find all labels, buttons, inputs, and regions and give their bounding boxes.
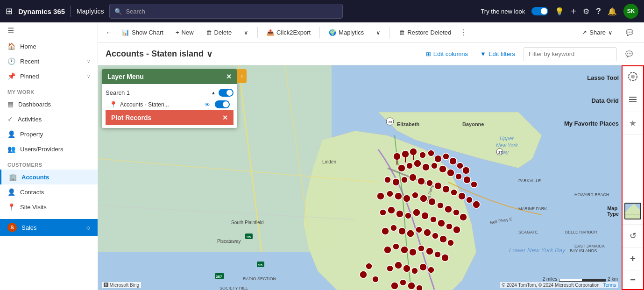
delete-chevron[interactable]: ∨	[239, 26, 254, 39]
svg-point-69	[401, 177, 408, 183]
sidebar-item-activities[interactable]: ✓ Activities	[0, 112, 98, 127]
light-icon[interactable]: 💡	[555, 7, 564, 16]
terms-link[interactable]: Terms	[603, 283, 616, 288]
svg-point-68	[392, 178, 400, 186]
tomtom-credit: © 2024 TomTom, © 2024 Microsoft Corporat…	[502, 283, 600, 288]
comment-button[interactable]: 💬	[621, 26, 638, 39]
account-item-label: Accounts - Staten...	[120, 101, 202, 108]
map-container: Lower New York Bay Upper New York Bay Ra…	[98, 65, 644, 290]
export-icon: 📤	[267, 29, 274, 36]
svg-point-117	[387, 265, 393, 272]
datagrid-button[interactable]: Data Grid	[623, 91, 643, 110]
svg-point-84	[420, 195, 427, 202]
edit-filters-button[interactable]: ▼ Edit filters	[476, 49, 519, 59]
svg-point-55	[457, 163, 463, 169]
svg-point-126	[416, 285, 423, 290]
svg-point-129	[372, 276, 379, 283]
sidebar-accounts-label: Accounts	[21, 174, 49, 181]
more-options-button[interactable]: ⋮	[458, 28, 469, 37]
maplytics-chevron[interactable]: ∨	[371, 26, 386, 39]
users-icon: 👥	[7, 145, 15, 153]
search1-row: Search 1 ▲	[106, 87, 234, 99]
maptype-button[interactable]: Map Type	[623, 200, 643, 222]
svg-point-96	[430, 216, 437, 223]
svg-point-89	[460, 213, 467, 221]
view-comment-button[interactable]: 💬	[622, 49, 637, 59]
settings-icon[interactable]: ⚙	[583, 7, 589, 16]
lasso-tool-button[interactable]: Lasso Tool	[623, 68, 643, 87]
show-chart-button[interactable]: 📊 Show Chart	[117, 26, 169, 39]
svg-point-102	[398, 227, 406, 235]
view-title-chevron[interactable]: ∨	[206, 49, 212, 59]
svg-point-109	[384, 246, 391, 254]
svg-point-54	[449, 157, 457, 165]
collapse-arrow[interactable]: ‹	[237, 69, 247, 83]
back-button[interactable]: ←	[104, 27, 115, 39]
filter-keyword-input[interactable]	[524, 47, 617, 61]
app-name: Maplytics	[77, 7, 104, 15]
svg-point-113	[418, 245, 425, 252]
svg-point-91	[388, 206, 395, 214]
sidebar-item-dashboards[interactable]: ▦ Dashboards	[0, 97, 98, 112]
svg-point-80	[387, 191, 393, 197]
account-eye-icon[interactable]: 👁	[205, 101, 210, 108]
sidebar-item-users-providers[interactable]: 👥 Users/Providers	[0, 141, 98, 156]
edit-columns-button[interactable]: ⊞ Edit columns	[422, 49, 472, 59]
restore-deleted-button[interactable]: 🗑 Restore Deleted	[394, 26, 456, 39]
layer-menu-close[interactable]: ✕	[226, 73, 232, 80]
hamburger-menu[interactable]: ☰	[0, 22, 98, 39]
share-button[interactable]: ↗ Share ∨	[577, 26, 618, 39]
delete-button[interactable]: 🗑 Delete	[201, 26, 237, 39]
favorites-button[interactable]: My Favorite Places ★	[623, 114, 643, 133]
try-new-look-toggle[interactable]	[531, 7, 548, 15]
svg-point-105	[424, 229, 431, 236]
search1-toggle-knob	[226, 90, 233, 96]
grid-icon[interactable]: ⊞	[6, 6, 13, 16]
new-button[interactable]: + New	[170, 26, 199, 39]
svg-point-67	[384, 177, 391, 183]
bing-icon: 🅱	[104, 283, 108, 288]
svg-point-122	[428, 267, 434, 273]
help-icon[interactable]: ?	[596, 7, 601, 16]
sidebar-recent-label: Recent	[20, 58, 39, 65]
scale-seg-2	[582, 279, 606, 282]
svg-point-86	[437, 202, 444, 209]
search-bar[interactable]: 🔍 Search	[109, 4, 343, 19]
layer-menu-body: Search 1 ▲ 📍 Accounts - Staten... 👁	[102, 84, 237, 128]
zoom-out-button[interactable]: −	[623, 270, 643, 289]
dashboards-icon: ▦	[7, 100, 14, 108]
svg-point-76	[458, 192, 466, 200]
maplytics-button[interactable]: 🌍 Maplytics	[324, 26, 369, 39]
svg-point-88	[453, 209, 460, 216]
sidebar-item-contacts[interactable]: 👤 Contacts	[0, 184, 98, 199]
search-placeholder: Search	[126, 8, 145, 15]
sidebar-item-recent[interactable]: 🕐 Recent ∨	[0, 54, 98, 69]
plot-records-close[interactable]: ✕	[222, 114, 228, 121]
zoom-in-button[interactable]: +	[623, 249, 643, 268]
bell-icon[interactable]: 🔔	[608, 7, 617, 16]
sales-chevron: ◇	[86, 225, 90, 230]
search1-collapse-icon[interactable]: ▲	[211, 90, 216, 95]
sidebar-item-sales[interactable]: S Sales ◇	[0, 219, 98, 236]
svg-point-61	[431, 163, 438, 169]
sidebar-item-pinned[interactable]: 📌 Pinned ∨	[0, 69, 98, 84]
account-toggle[interactable]	[215, 100, 230, 108]
sidebar-item-accounts[interactable]: 🏢 Accounts	[0, 170, 98, 184]
sales-icon: S	[7, 223, 17, 232]
pinned-icon: 📌	[7, 72, 15, 80]
sidebar-item-site-visits[interactable]: 📍 Site Visits	[0, 199, 98, 214]
refresh-button[interactable]: ↺	[623, 226, 643, 245]
avatar[interactable]: SK	[623, 4, 638, 19]
click2export-button[interactable]: 📤 Click2Export	[262, 26, 316, 39]
chart-icon: 📊	[122, 29, 129, 36]
sidebar-item-home[interactable]: 🏠 Home	[0, 39, 98, 54]
svg-point-81	[395, 192, 402, 200]
title-separator	[71, 6, 71, 17]
view-actions: ⊞ Edit columns ▼ Edit filters 💬	[422, 47, 637, 61]
bing-text: Microsoft Bing	[110, 283, 139, 288]
account-pin-icon: 📍	[109, 101, 117, 108]
search1-toggle[interactable]	[219, 89, 234, 97]
sidebar-item-property[interactable]: 👤 Property	[0, 127, 98, 141]
toolbar-spacer	[623, 135, 643, 198]
add-icon[interactable]: +	[571, 6, 576, 17]
